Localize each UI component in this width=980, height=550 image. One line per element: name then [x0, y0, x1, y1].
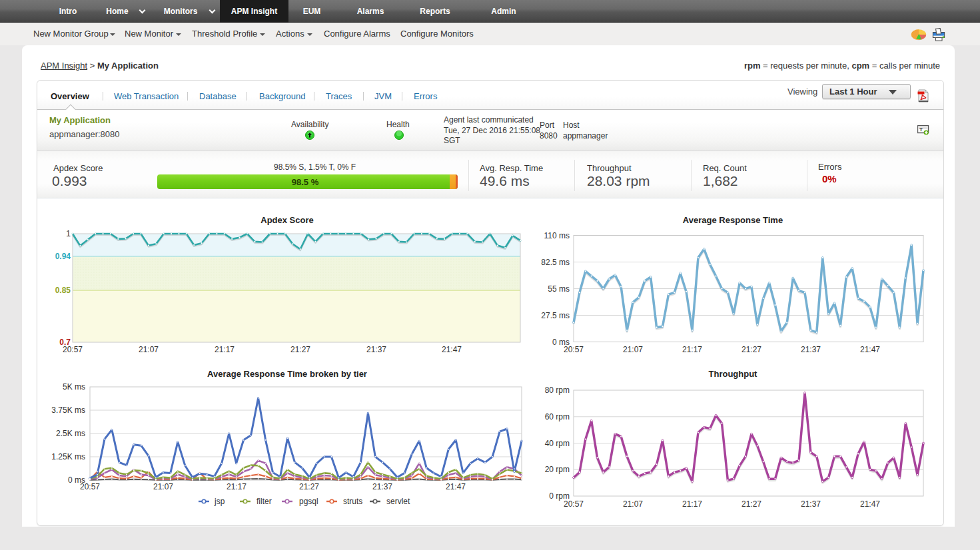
svg-text:21:27: 21:27 [299, 482, 319, 491]
svg-text:jsp: jsp [214, 497, 225, 506]
svg-text:21:37: 21:37 [366, 345, 386, 354]
svg-text:0.94: 0.94 [55, 252, 71, 261]
svg-text:21:27: 21:27 [741, 499, 761, 509]
svg-text:21:07: 21:07 [153, 482, 173, 491]
svg-text:filter: filter [256, 497, 272, 506]
svg-text:21:07: 21:07 [623, 499, 643, 509]
svg-text:Throughput: Throughput [709, 369, 758, 379]
svg-text:27.5 ms: 27.5 ms [541, 311, 570, 320]
svg-text:21:07: 21:07 [623, 345, 643, 354]
svg-text:82.5 ms: 82.5 ms [541, 258, 570, 267]
svg-text:21:17: 21:17 [227, 482, 246, 491]
svg-text:struts: struts [343, 497, 362, 506]
svg-text:21:47: 21:47 [860, 345, 880, 354]
svg-text:21:37: 21:37 [372, 482, 392, 491]
svg-text:21:37: 21:37 [801, 499, 821, 509]
svg-text:2.5K ms: 2.5K ms [56, 429, 85, 438]
svg-text:5K ms: 5K ms [63, 382, 85, 392]
svg-text:Average Response Time broken b: Average Response Time broken by tier [207, 369, 367, 379]
svg-text:21:07: 21:07 [139, 345, 159, 354]
svg-text:servlet: servlet [386, 497, 410, 506]
svg-text:20:57: 20:57 [564, 345, 584, 354]
svg-text:20:57: 20:57 [80, 482, 100, 491]
svg-text:20 rpm: 20 rpm [545, 465, 570, 474]
svg-text:T: T [919, 127, 923, 133]
svg-text:Apdex Score: Apdex Score [260, 215, 313, 225]
svg-text:21:27: 21:27 [290, 345, 310, 354]
svg-text:21:17: 21:17 [215, 345, 235, 354]
svg-text:20:57: 20:57 [564, 499, 584, 509]
svg-text:21:47: 21:47 [860, 499, 880, 509]
svg-text:pgsql: pgsql [299, 497, 318, 506]
svg-text:21:27: 21:27 [741, 345, 761, 354]
svg-text:21:17: 21:17 [682, 345, 702, 354]
svg-text:40 rpm: 40 rpm [545, 439, 570, 448]
svg-text:21:17: 21:17 [682, 499, 702, 509]
svg-text:20:57: 20:57 [63, 345, 83, 354]
svg-text:1: 1 [66, 229, 71, 238]
svg-text:21:37: 21:37 [801, 345, 821, 354]
svg-text:21:47: 21:47 [446, 482, 466, 491]
svg-text:21:47: 21:47 [442, 345, 462, 354]
svg-text:80 rpm: 80 rpm [545, 386, 570, 395]
svg-text:0.85: 0.85 [55, 286, 71, 295]
svg-text:3.75K ms: 3.75K ms [51, 406, 85, 415]
svg-text:Average Response Time: Average Response Time [683, 215, 783, 225]
svg-text:1.25K ms: 1.25K ms [51, 452, 85, 461]
svg-text:60 rpm: 60 rpm [545, 412, 570, 421]
svg-text:110 ms: 110 ms [544, 231, 570, 240]
svg-text:55 ms: 55 ms [548, 284, 570, 294]
